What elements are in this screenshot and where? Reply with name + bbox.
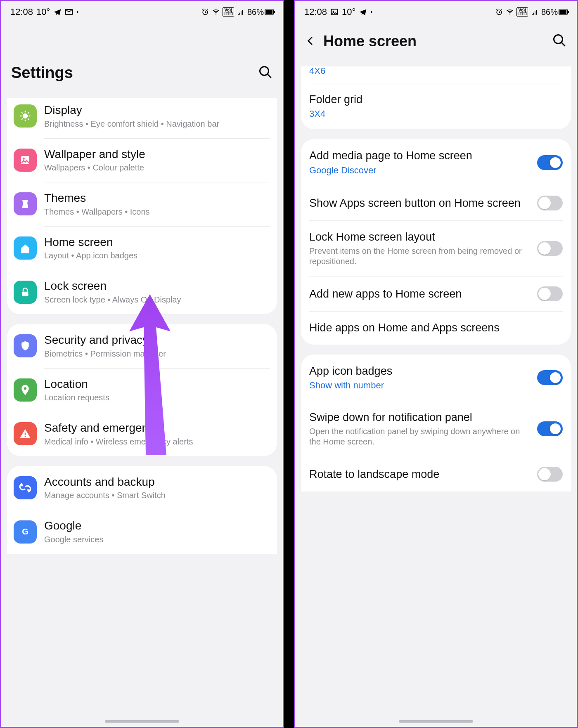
settings-item-subtitle: Manage accounts • Smart Switch	[44, 490, 270, 501]
list-item-title: Lock Home screen layout	[309, 230, 531, 243]
backup-icon	[14, 476, 37, 499]
alarm-icon	[201, 8, 209, 16]
search-icon[interactable]	[258, 65, 273, 81]
list-item[interactable]: Hide apps on Home and Apps screens	[301, 311, 571, 344]
settings-item-title: Safety and emergency	[44, 421, 270, 435]
gesture-bar	[105, 720, 179, 723]
list-item-subtitle: Show with number	[309, 380, 525, 391]
lock-icon	[14, 281, 37, 304]
toggle-switch[interactable]	[537, 286, 563, 301]
svg-point-7	[24, 387, 26, 390]
settings-item-themes[interactable]: ThemesThemes • Wallpapers • Icons	[7, 182, 277, 226]
home-icon	[14, 236, 37, 260]
toggle-switch[interactable]	[537, 467, 563, 482]
list-item-title: Show Apps screen button on Home screen	[309, 196, 531, 210]
phone-right: 12:08 10° • Vo))LTE1 86% Home screen	[294, 0, 578, 728]
telegram-icon	[53, 8, 62, 16]
list-item[interactable]: Lock Home screen layoutPrevent items on …	[301, 220, 571, 277]
wallpaper-icon	[14, 149, 37, 172]
settings-item-wallpaper[interactable]: Wallpaper and styleWallpapers • Colour p…	[7, 138, 277, 182]
settings-item-title: Location	[44, 377, 270, 391]
shield-icon	[14, 334, 37, 357]
svg-rect-6	[22, 291, 28, 296]
volte-icon: Vo))LTE1	[223, 7, 234, 17]
list-item-description: Open the notification panel by swiping d…	[309, 426, 531, 447]
settings-item-subtitle: Brightness • Eye comfort shield • Naviga…	[44, 119, 270, 129]
status-dot: •	[76, 9, 78, 15]
settings-item-home[interactable]: Home screenLayout • App icon badges	[7, 226, 277, 270]
list-item-description: Prevent items on the Home screen from be…	[309, 246, 531, 267]
image-icon	[330, 8, 339, 16]
svg-point-5	[23, 158, 25, 160]
settings-item-display[interactable]: DisplayBrightness • Eye comfort shield •…	[7, 98, 277, 138]
toggle-switch[interactable]	[537, 241, 563, 256]
svg-point-13	[333, 11, 334, 12]
toggle-switch[interactable]	[537, 421, 563, 436]
toggle-switch[interactable]	[537, 370, 563, 385]
settings-item-title: Accounts and backup	[44, 475, 270, 489]
gesture-bar	[399, 720, 473, 723]
svg-rect-9	[25, 436, 26, 437]
wifi-icon	[212, 8, 220, 16]
status-temp: 10°	[36, 7, 50, 17]
toggle-switch[interactable]	[537, 196, 563, 210]
back-button[interactable]	[305, 33, 317, 50]
wifi-icon	[506, 8, 514, 16]
settings-item-title: Themes	[44, 191, 270, 205]
list-item-folder-grid[interactable]: Folder grid 3X4	[301, 83, 571, 129]
search-icon[interactable]	[552, 33, 567, 50]
list-item-subtitle: Google Discover	[309, 165, 525, 176]
svg-rect-8	[25, 433, 26, 435]
settings-item-subtitle: Medical info • Wireless emergency alerts	[44, 437, 270, 447]
battery-indicator: 86%	[541, 7, 568, 17]
telegram-icon	[359, 8, 367, 16]
settings-item-backup[interactable]: Accounts and backupManage accounts • Sma…	[7, 466, 277, 510]
list-item[interactable]: Add new apps to Home screen	[301, 277, 571, 311]
list-item[interactable]: Swipe down for notification panelOpen th…	[301, 401, 571, 457]
list-item[interactable]: 4X6	[301, 66, 571, 83]
svg-point-15	[509, 14, 511, 15]
alarm-icon	[495, 8, 503, 16]
svg-text:G: G	[22, 527, 28, 536]
battery-indicator: 86%	[247, 7, 274, 17]
list-item[interactable]: Show Apps screen button on Home screen	[301, 186, 571, 220]
settings-item-title: Wallpaper and style	[44, 147, 270, 161]
mail-icon	[65, 8, 73, 16]
emergency-icon	[14, 422, 37, 445]
settings-item-subtitle: Biometrics • Permission manager	[44, 349, 270, 359]
settings-item-shield[interactable]: Security and privacyBiometrics • Permiss…	[7, 324, 277, 368]
themes-icon	[14, 192, 37, 215]
grid-value: 4X6	[309, 66, 563, 76]
settings-item-subtitle: Location requests	[44, 392, 270, 403]
settings-item-subtitle: Screen lock type • Always On Display	[44, 295, 270, 305]
settings-item-location[interactable]: LocationLocation requests	[7, 368, 277, 412]
settings-list: DisplayBrightness • Eye comfort shield •…	[1, 98, 283, 727]
display-icon	[14, 104, 37, 128]
settings-item-subtitle: Themes • Wallpapers • Icons	[44, 207, 270, 217]
toggle-separator	[531, 154, 531, 172]
svg-point-3	[23, 113, 28, 119]
list-item-title: Swipe down for notification panel	[309, 411, 531, 424]
list-item-title: App icon badges	[309, 364, 525, 378]
signal-icon	[531, 8, 539, 16]
list-item-title: Rotate to landscape mode	[309, 468, 531, 481]
list-item[interactable]: Rotate to landscape mode	[301, 457, 571, 492]
list-item-title: Hide apps on Home and Apps screens	[309, 321, 563, 334]
settings-item-lock[interactable]: Lock screenScreen lock type • Always On …	[7, 270, 277, 314]
location-icon	[14, 378, 37, 402]
settings-item-google[interactable]: GGoogleGoogle services	[7, 510, 277, 554]
list-item[interactable]: Add media page to Home screenGoogle Disc…	[301, 139, 571, 185]
status-dot: •	[370, 9, 372, 15]
page-header: Settings	[1, 23, 283, 98]
settings-item-title: Display	[44, 103, 270, 117]
list-item[interactable]: App icon badgesShow with number	[301, 355, 571, 401]
status-bar: 12:08 10° • Vo))LTE1 86%	[295, 1, 577, 23]
page-header: Home screen	[295, 23, 577, 66]
svg-point-16	[554, 35, 563, 44]
settings-item-emergency[interactable]: Safety and emergencyMedical info • Wirel…	[7, 412, 277, 456]
home-screen-list: 4X6 Folder grid 3X4 Add media page to Ho…	[295, 66, 577, 727]
status-time: 12:08	[10, 7, 33, 17]
settings-item-subtitle: Google services	[44, 534, 270, 545]
toggle-switch[interactable]	[537, 155, 563, 170]
list-item-title: Add media page to Home screen	[309, 149, 525, 162]
